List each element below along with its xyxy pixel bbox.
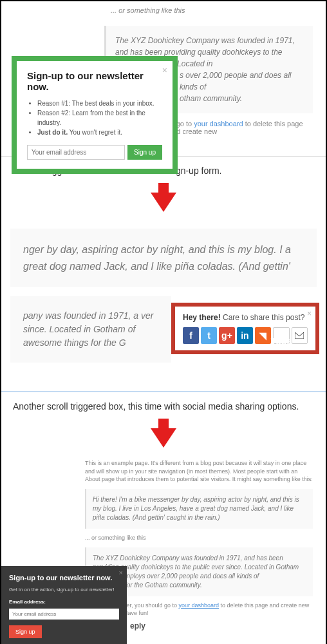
signup-button[interactable]: Sign up <box>127 145 162 160</box>
email-icon[interactable] <box>292 327 308 344</box>
popup-title: Sign-up to our newsletter now. <box>27 70 162 92</box>
share-wrap: pany was founded in 1971, a ver since. L… <box>1 296 326 386</box>
share-popup-red: × Hey there! Care to share this post? f … <box>171 303 319 354</box>
section-3: This is an example page. It's different … <box>1 459 326 644</box>
close-icon[interactable]: × <box>307 309 312 318</box>
facebook-icon[interactable]: f <box>183 327 199 344</box>
youtube-icon[interactable]: You Tube <box>273 327 290 344</box>
quote-big-1: nger by day, aspiring actor by night, an… <box>10 229 317 287</box>
signup-button-dark[interactable]: Sign up <box>9 625 42 638</box>
bullet-3: Just do it. You won't regret it. <box>37 128 162 137</box>
caption-2: Another scroll triggered box, this time … <box>1 392 326 421</box>
popup-bullets: Reason #1: The best deals in your inbox.… <box>37 99 162 137</box>
share-text: Hey there! Care to share this post? <box>183 313 308 322</box>
dashboard-link[interactable]: your dashboard <box>194 120 243 128</box>
googleplus-icon[interactable]: g+ <box>219 327 235 344</box>
intro-paragraph: This is an example page. It's different … <box>85 459 313 484</box>
section-1: ... or something like this The XYZ Doohi… <box>1 1 326 156</box>
bg-text-1: ... or something like this <box>98 1 326 19</box>
divider <box>1 392 326 392</box>
signup-form: Sign up <box>27 145 162 160</box>
bullet-2: Reason #2: Learn from the best in the in… <box>37 108 162 128</box>
section-2: nger by day, aspiring actor by night, an… <box>1 229 326 392</box>
arrow-down-icon <box>151 193 176 212</box>
rss-icon[interactable]: ◥ <box>255 327 271 344</box>
reply-label: eply <box>130 621 313 630</box>
close-icon[interactable]: × <box>119 569 123 576</box>
popup-title-dark: Sign-up to our newsletter now. <box>9 574 119 582</box>
newsletter-popup-dark: × Sign-up to our newsletter now. Get in … <box>1 566 127 644</box>
arrow-down-icon <box>151 428 176 448</box>
bullet-1: Reason #1: The best deals in your inbox. <box>37 99 162 108</box>
dashboard-link-2[interactable]: your dashboard <box>179 602 220 609</box>
twitter-icon[interactable]: t <box>201 327 217 344</box>
arrow-1 <box>1 185 326 220</box>
email-input[interactable] <box>27 145 125 160</box>
popup-subtext: Get in on the action, sign-up to our new… <box>9 587 119 592</box>
share-icons: f t g+ in ◥ You Tube <box>183 327 308 344</box>
email-input-dark[interactable] <box>9 609 119 620</box>
close-icon[interactable]: × <box>162 65 167 75</box>
newsletter-popup-green: × Sign-up to our newsletter now. Reason … <box>12 56 178 174</box>
bg-partial-quote: pany was founded in 1971, a ver since. L… <box>10 296 171 363</box>
email-label: Email address: <box>9 599 119 605</box>
arrow-2 <box>1 421 326 455</box>
bg-text-or: ... or something like this <box>85 534 313 542</box>
linkedin-icon[interactable]: in <box>237 327 253 344</box>
quote-box-sm-1: Hi there! I'm a bike messenger by day, a… <box>85 489 313 529</box>
